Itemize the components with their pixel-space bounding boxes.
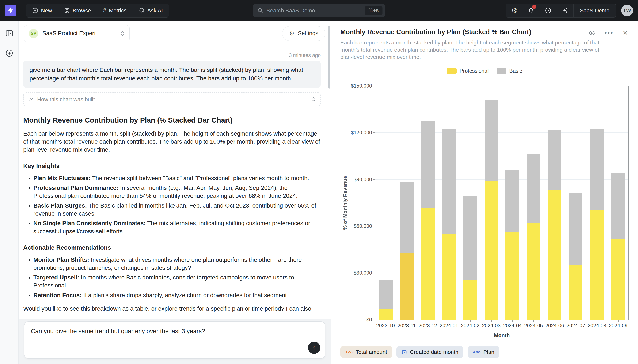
bar-segment-basic[interactable] [569, 192, 582, 265]
markdown-bullet: No Single Plan Consistently Dominates: T… [33, 219, 321, 235]
bar-segment-professional[interactable] [548, 190, 561, 320]
field-tags: 123Total amount1Created date monthAbcPla… [340, 346, 629, 358]
x-tick-label: 2024-01 [440, 323, 458, 328]
eye-icon[interactable] [589, 30, 595, 36]
bar-segment-professional[interactable] [569, 265, 582, 320]
bar-segment-professional[interactable] [463, 280, 477, 320]
settings-label: Settings [298, 30, 318, 37]
field-tag-label: Plan [483, 349, 494, 355]
bar-segment-professional[interactable] [421, 208, 435, 320]
bar-stack [590, 86, 603, 320]
x-tick-label: 2024-04 [503, 323, 522, 328]
bar-segment-professional[interactable] [526, 223, 540, 320]
y-tick-label: $0 [366, 317, 372, 323]
legend-item-basic[interactable]: Basic [497, 68, 522, 74]
chat-input[interactable]: Can you give the same trend but quarterl… [24, 322, 325, 358]
chart-panel-description: Each bar represents a month, stacked by … [340, 39, 608, 60]
x-tick-2024-01: 2024-01 [439, 320, 460, 328]
bar-segment-basic[interactable] [611, 173, 625, 239]
x-tick-2024-02: 2024-02 [460, 320, 481, 328]
bar-segment-basic[interactable] [379, 280, 393, 309]
arrow-up-icon: ↑ [312, 344, 316, 352]
bar-segment-professional[interactable] [611, 239, 625, 320]
bar-segment-basic[interactable] [548, 130, 561, 190]
notifications-button[interactable] [523, 4, 540, 17]
chat-header: SP SaaS Product Expert ⚙ Settings [19, 21, 331, 46]
metrics-button[interactable]: # Metrics [97, 4, 133, 17]
bar-stack [526, 86, 540, 320]
x-tick-2024-08: 2024-08 [586, 320, 607, 328]
y-tick-label: $30,000 [354, 270, 372, 276]
bar-column-2024-02 [460, 86, 481, 320]
close-icon[interactable]: ✕ [622, 29, 628, 36]
ai-sparkles-button[interactable] [556, 4, 573, 17]
agent-selector[interactable]: SP SaaS Product Expert [24, 25, 130, 42]
expand-sidebar-icon[interactable] [5, 29, 14, 38]
send-button[interactable]: ↑ [308, 342, 320, 354]
field-tag-plan[interactable]: AbcPlan [468, 346, 499, 358]
x-axis-title: Month [375, 332, 629, 338]
app-logo[interactable] [5, 5, 17, 16]
chat-scrollbar[interactable] [328, 26, 330, 88]
bar-segment-basic[interactable] [463, 196, 477, 280]
hash-icon: # [103, 8, 106, 14]
how-chart-built-toggle[interactable]: How this chart was built [23, 92, 321, 106]
svg-text:1: 1 [404, 351, 405, 354]
section-heading-key-insights: Key Insights [23, 162, 321, 170]
bar-segment-basic[interactable] [505, 170, 519, 232]
chat-input-value: Can you give the same trend but quarterl… [31, 327, 318, 335]
x-tick-mark [386, 320, 386, 322]
settings-gear-button[interactable]: ⚙ [506, 4, 523, 17]
y-tick-mark [373, 320, 375, 320]
bar-segment-basic[interactable] [590, 130, 603, 210]
more-options-icon[interactable]: ••• [604, 31, 614, 35]
bar-segment-professional[interactable] [442, 234, 456, 320]
text-field-icon: Abc [473, 350, 480, 354]
agent-settings-button[interactable]: ⚙ Settings [282, 26, 325, 41]
agent-name: SaaS Product Expert [43, 30, 96, 37]
chart-panel: Monthly Revenue Contribution by Plan (St… [331, 21, 638, 364]
calendar-icon: 1 [402, 349, 407, 355]
bar-segment-basic[interactable] [526, 154, 540, 223]
x-tick-mark [597, 320, 597, 322]
global-search-input[interactable]: Search SaaS Demo ⌘+K [253, 4, 385, 17]
lightning-bolt-icon [8, 7, 14, 14]
new-button-label: New [41, 8, 52, 14]
agent-avatar: SP [29, 29, 38, 38]
x-tick-2023-12: 2023-12 [417, 320, 438, 328]
bar-column-2023-12 [418, 86, 439, 320]
new-button[interactable]: New [26, 4, 58, 17]
plot-area: $0$30,000$60,000$90,000$120,000$150,000 [375, 86, 629, 320]
x-tick-2023-10: 2023-10 [375, 320, 396, 328]
basic-swatch [497, 68, 506, 74]
bar-segment-basic[interactable] [400, 182, 414, 253]
bar-segment-professional[interactable] [400, 254, 414, 320]
field-tag-total-amount[interactable]: 123Total amount [340, 346, 392, 358]
new-thread-icon[interactable] [5, 49, 14, 57]
legend-item-professional[interactable]: Professional [447, 68, 489, 74]
legend-label-professional: Professional [460, 68, 489, 74]
bar-segment-professional[interactable] [485, 181, 498, 320]
markdown-bullet: Targeted Upsell: In months where Basic d… [33, 274, 321, 290]
bar-segment-basic[interactable] [442, 130, 456, 234]
workspace-button[interactable]: SaaS Demo [573, 4, 616, 17]
bar-segment-professional[interactable] [379, 309, 393, 320]
bar-segment-basic[interactable] [421, 121, 435, 208]
number-field-icon: 123 [345, 350, 353, 354]
x-tick-mark [533, 320, 534, 322]
y-tick-label: $60,000 [354, 223, 372, 229]
x-tick-mark [491, 320, 492, 322]
x-axis-labels: 2023-102023-112023-122024-012024-022024-… [375, 320, 629, 328]
user-avatar[interactable]: TW [621, 5, 633, 16]
ask-ai-button[interactable]: Ask AI [133, 4, 169, 17]
nav-button-group: New Browse # Metrics Ask AI [26, 4, 169, 18]
bar-segment-basic[interactable] [485, 100, 498, 181]
search-icon [257, 8, 263, 14]
bar-segment-professional[interactable] [590, 210, 603, 320]
bar-segment-professional[interactable] [505, 232, 519, 320]
browse-button[interactable]: Browse [58, 4, 97, 17]
help-button[interactable]: ? [540, 4, 556, 17]
field-tag-created-date-month[interactable]: 1Created date month [397, 346, 464, 358]
bar-stack [421, 86, 435, 320]
x-tick-label: 2024-07 [567, 323, 585, 328]
